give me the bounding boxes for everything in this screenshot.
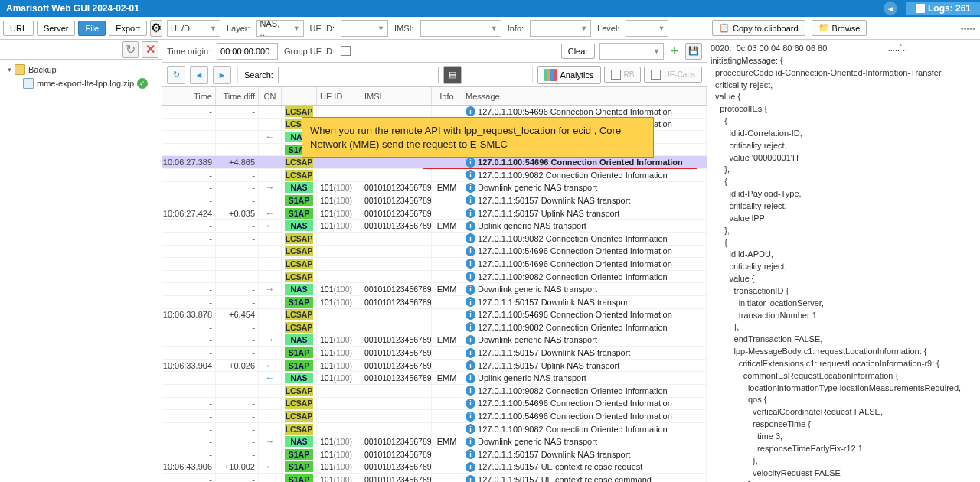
filter-icon[interactable]: ▤ [443,66,462,84]
info-icon: i [466,412,475,422]
table-row[interactable]: --LCSAPi 127.0.1.100:9082 Connection Ori… [162,385,707,398]
table-row[interactable]: --LCSAPi 127.0.1.100:54696 Connection Or… [162,258,707,271]
col-ueid[interactable]: UE ID [317,87,361,105]
tab-logs[interactable]: Logs: 261 [906,2,980,15]
add-icon[interactable]: ＋ [668,43,681,59]
table-row[interactable]: --→NAS101 (100)001010123456789EMMi Downl… [162,182,707,195]
col-imsi[interactable]: IMSI [361,87,432,105]
table-row[interactable]: --LCSAPi 127.0.1.100:9082 Connection Ori… [162,169,707,182]
table-row[interactable]: 10:06:43.906+10.002←S1AP101 (100)0010101… [162,461,707,474]
clear-button[interactable]: Clear [561,44,595,59]
info-icon: i [466,335,475,345]
rb-button[interactable]: RB [604,67,642,83]
col-message[interactable]: Message [462,87,707,105]
table-row[interactable]: --LCSAPi 127.0.1.100:54696 Connection Or… [162,398,707,411]
info-icon: i [466,310,475,320]
detail-body[interactable]: 0020: 0c 03 00 04 80 60 06 80 .....`.. i… [707,40,980,482]
col-time[interactable]: Time [162,87,216,105]
info-icon: i [466,221,475,231]
delete-icon[interactable]: ✕ [142,41,158,58]
table-row[interactable]: 10:06:33.904+0.026←S1AP101 (100)00101012… [162,360,707,373]
info-icon: i [466,158,475,168]
table-row[interactable]: --→NAS101 (100)001010123456789EMMi Downl… [162,334,707,347]
browse-label: Browse [832,24,861,33]
table-row[interactable]: --→NAS101 (100)001010123456789EMMi Downl… [162,435,707,448]
info-icon: i [466,233,475,243]
uldl-combo[interactable]: UL/DL▼ [167,20,220,37]
collapse-sidebar-icon[interactable]: ◄ [884,2,897,15]
browse-button[interactable]: 📁 Browse [812,20,867,36]
info-icon: i [466,360,475,370]
layer-label: Layer: [227,24,250,33]
group-ueid-checkbox[interactable] [341,46,351,56]
info-icon: i [466,322,475,332]
table-row[interactable]: --LCSAPi 127.0.1.100:9082 Connection Ori… [162,321,707,334]
table-row[interactable]: --S1AP101 (100)001010123456789i 127.0.1.… [162,347,707,360]
table-row[interactable]: --←NAS101 (100)001010123456789EMMi Uplin… [162,372,707,385]
layer-combo[interactable]: NAS, ...▼ [256,20,304,37]
level-label: Level: [597,24,619,33]
table-row[interactable]: 10:06:27.389+4.865LCSAPi 127.0.1.100:546… [162,156,707,169]
imsi-combo[interactable]: ▼ [420,20,501,37]
prev-nav-icon[interactable]: ◄ [190,66,208,84]
tree-folder[interactable]: ▾ Backup [5,63,157,77]
col-timediff[interactable]: Time diff [216,87,259,105]
table-row[interactable]: --LCSAPi 127.0.1.100:9082 Connection Ori… [162,423,707,436]
search-input[interactable] [278,67,439,83]
server-button[interactable]: Server [37,21,75,36]
table-row[interactable]: --→NAS101 (100)001010123456789EMMi Downl… [162,283,707,296]
uecaps-icon [651,70,661,80]
info-icon: i [466,297,475,307]
table-row[interactable]: 10:06:33.878+6.454LCSAPi 127.0.1.100:546… [162,309,707,322]
collapse-triangle-icon: ▾ [8,66,11,73]
app-header: Amarisoft Web GUI 2024-02-01 ◄ Logs: 261 [0,0,980,17]
info-icon: i [466,462,475,472]
level-combo[interactable]: ▼ [626,20,668,37]
info-icon: i [466,424,475,434]
table-row[interactable]: --LCSAPi 127.0.1.100:54696 Connection Or… [162,410,707,423]
table-row[interactable]: 10:06:27.424+0.035←S1AP101 (100)00101012… [162,207,707,220]
next-nav-icon[interactable]: ► [213,66,231,84]
ok-badge-icon: ✓ [137,78,148,89]
info-combo[interactable]: ▼ [530,20,591,37]
tree-file[interactable]: mme-export-lte-lpp.log.zip ✓ [5,77,157,90]
table-row[interactable]: --S1AP101 (100)001010123456789i 127.0.1.… [162,474,707,482]
table-row[interactable]: --LCSAPi 127.0.1.100:9082 Connection Ori… [162,271,707,284]
folder-open-icon: 📁 [818,23,829,33]
file-icon [23,78,34,89]
table-row[interactable]: --←NAS101 (100)001010123456789EMMi Uplin… [162,220,707,233]
table-row[interactable]: --S1AP101 (100)001010123456789i 127.0.1.… [162,296,707,309]
save-icon[interactable]: 💾 [685,43,702,60]
table-row[interactable]: --S1AP101 (100)001010123456789i 127.0.1.… [162,194,707,207]
time-origin-label: Time origin: [167,47,211,56]
table-row[interactable]: --LCSAPi 127.0.1.100:9082 Connection Ori… [162,233,707,246]
refresh-icon[interactable]: ↻ [122,41,139,58]
info-icon: i [466,208,475,218]
file-button[interactable]: File [78,21,106,36]
col-layer[interactable] [282,87,317,105]
preset-combo[interactable]: ▼ [599,43,664,60]
settings-icon[interactable]: ⚙ [150,20,162,37]
export-button[interactable]: Export [109,21,147,36]
analytics-button[interactable]: Analytics [537,66,600,84]
layer-value: NAS, ... [260,19,289,37]
time-origin-input[interactable] [217,43,278,60]
document-icon [916,4,925,13]
chart-icon [544,69,557,81]
table-row[interactable]: --LCSAPi 127.0.1.100:54696 Connection Or… [162,246,707,259]
more-icon[interactable]: ••••• [961,24,975,33]
table-row[interactable]: --S1AP101 (100)001010123456789i 127.0.1.… [162,448,707,461]
info-icon: i [466,246,475,256]
url-button[interactable]: URL [3,21,34,36]
info-icon: i [466,183,475,193]
app-title: Amarisoft Web GUI 2024-02-01 [0,3,145,14]
col-cn[interactable]: CN [259,87,282,105]
copy-clipboard-button[interactable]: 📋 Copy to clipboard [712,20,805,36]
copy-label: Copy to clipboard [733,24,799,33]
uecaps-button[interactable]: UE-Caps [644,67,702,83]
refresh-nav-icon[interactable]: ↻ [167,66,185,84]
col-info[interactable]: Info [432,87,462,105]
column-headers: Time Time diff CN UE ID IMSI Info Messag… [162,87,707,106]
ueid-combo[interactable]: ▼ [341,20,388,37]
file-label: mme-export-lte-lpp.log.zip [37,79,134,88]
